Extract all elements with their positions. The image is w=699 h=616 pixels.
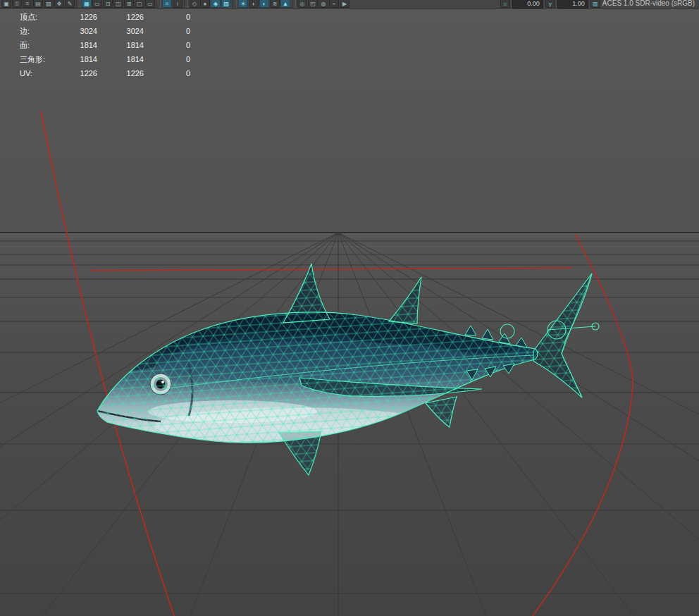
- select-camera-icon[interactable]: ▣: [1, 0, 11, 8]
- hud-row-triangles: 三角形: 1814 1814 0: [0, 52, 190, 66]
- exposure-field[interactable]: 0.00: [512, 0, 543, 8]
- field-chart-icon[interactable]: ⊞: [124, 0, 134, 8]
- anti-aliasing-icon[interactable]: ▲: [280, 0, 290, 8]
- bookmarks-icon[interactable]: ▤: [33, 0, 43, 8]
- hud-row-uvs: UV: 1226 1226 0: [0, 66, 190, 80]
- hud-value: 0: [144, 13, 190, 21]
- hud-value: 1814: [97, 41, 144, 49]
- motion-blur-icon[interactable]: ≋: [270, 0, 280, 8]
- safe-action-icon[interactable]: ▢: [135, 0, 144, 8]
- image-plane-icon[interactable]: ▧: [44, 0, 54, 8]
- playblast-icon[interactable]: ▶: [340, 0, 350, 8]
- view-transform-select[interactable]: ACES 1.0 SDR-video (sRGB): [602, 0, 695, 8]
- safe-title-icon[interactable]: ▭: [145, 0, 155, 8]
- hud-icon[interactable]: ⌗: [162, 0, 172, 8]
- toolbar-separator: [292, 0, 296, 8]
- hud-row-vertices: 顶点: 1226 1226 0: [0, 10, 190, 24]
- hud-label: 面:: [0, 40, 70, 51]
- exposure-icon[interactable]: ☼: [500, 0, 510, 8]
- hud-value: 1814: [70, 55, 97, 63]
- viewport-canvas[interactable]: [0, 8, 699, 616]
- hud-value: 1814: [97, 55, 144, 63]
- toolbar-icons: ▣⚿≡▤▧✥✎▦▭⊡◫⊞▢▭⌗i◇●◈▨☀◗◐≋▲◎◰◍⌁▶: [1, 0, 350, 8]
- wireframe-icon[interactable]: ◇: [190, 0, 199, 8]
- hud-value: 1226: [70, 13, 97, 21]
- hud-value: 1226: [97, 13, 144, 21]
- viewport-toolbar: ▣⚿≡▤▧✥✎▦▭⊡◫⊞▢▭⌗i◇●◈▨☀◗◐≋▲◎◰◍⌁▶ ☼ 0.00 γ …: [0, 0, 699, 9]
- film-gate-icon[interactable]: ▭: [92, 0, 102, 8]
- poly-count-hud: 顶点: 1226 1226 0 边: 3024 3024 0 面: 1814 1…: [0, 10, 190, 80]
- joint-xray-icon[interactable]: ⌁: [329, 0, 339, 8]
- shadows-icon[interactable]: ◗: [249, 0, 259, 8]
- hud-value: 3024: [97, 27, 144, 35]
- hud-value: 0: [144, 41, 190, 49]
- camera-attributes-icon[interactable]: ≡: [23, 0, 32, 8]
- grid-icon[interactable]: ▦: [82, 0, 92, 8]
- hud-value: 1226: [70, 69, 97, 78]
- isolate-select-icon[interactable]: ◰: [308, 0, 318, 8]
- hud-value: 0: [144, 27, 190, 35]
- toolbar-separator: [156, 0, 161, 8]
- textured-icon[interactable]: ▨: [221, 0, 231, 8]
- toolbar-right-group: ☼ 0.00 γ 1.00 ▥ ACES 1.0 SDR-video (sRGB…: [500, 0, 698, 8]
- wireframe-on-shaded-icon[interactable]: ◈: [211, 0, 221, 8]
- toolbar-separator: [233, 0, 237, 8]
- xray-icon[interactable]: ◍: [318, 0, 328, 8]
- hud-row-faces: 面: 1814 1814 0: [0, 38, 190, 52]
- object-details-icon[interactable]: i: [173, 0, 183, 8]
- depth-of-field-icon[interactable]: ◎: [297, 0, 307, 8]
- toolbar-separator: [76, 0, 80, 8]
- hud-label: 边:: [0, 26, 70, 37]
- grease-pencil-icon[interactable]: ✎: [65, 0, 75, 8]
- shaded-icon[interactable]: ●: [200, 0, 210, 8]
- gamma-field[interactable]: 1.00: [557, 0, 588, 8]
- use-all-lights-icon[interactable]: ☀: [238, 0, 248, 8]
- hud-label: UV:: [0, 69, 70, 78]
- resolution-gate-icon[interactable]: ⊡: [103, 0, 113, 8]
- hud-label: 三角形:: [0, 54, 70, 65]
- screen-space-ao-icon[interactable]: ◐: [259, 0, 269, 8]
- view-transform-icon[interactable]: ▥: [590, 0, 600, 8]
- 2d-pan-zoom-icon[interactable]: ✥: [54, 0, 64, 8]
- hud-value: 0: [144, 69, 190, 78]
- hud-value: 0: [144, 55, 190, 63]
- hud-value: 1226: [97, 69, 144, 78]
- hud-value: 1814: [70, 41, 97, 49]
- hud-label: 顶点:: [0, 12, 70, 23]
- lock-camera-icon[interactable]: ⚿: [12, 0, 22, 8]
- gamma-icon[interactable]: γ: [545, 0, 555, 8]
- gate-mask-icon[interactable]: ◫: [113, 0, 123, 8]
- hud-row-edges: 边: 3024 3024 0: [0, 24, 190, 38]
- toolbar-separator: [184, 0, 188, 8]
- hud-value: 3024: [70, 27, 97, 35]
